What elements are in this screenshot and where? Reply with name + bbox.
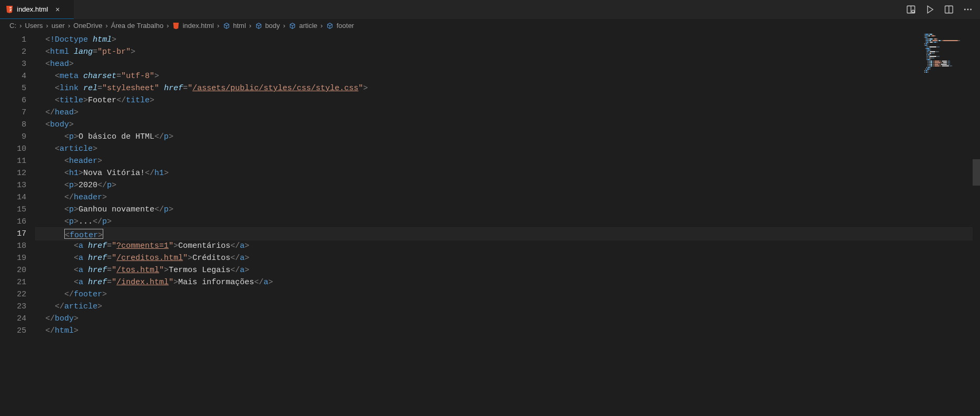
- chevron-right-icon: ›: [45, 22, 49, 30]
- breadcrumb-symbol[interactable]: body: [254, 22, 280, 30]
- line-number: 11: [0, 155, 26, 167]
- code-line[interactable]: </html>: [36, 325, 980, 337]
- code-line[interactable]: <link rel="stylesheet" href="/assets/pub…: [36, 82, 980, 94]
- chevron-right-icon: ›: [67, 22, 71, 30]
- code-line[interactable]: <p>2020</p>: [36, 179, 980, 191]
- line-number: 2: [0, 46, 26, 58]
- line-number: 5: [0, 82, 26, 94]
- line-number: 7: [0, 107, 26, 119]
- line-number: 20: [0, 264, 26, 276]
- vertical-scrollbar[interactable]: [973, 33, 980, 416]
- close-icon[interactable]: ×: [53, 5, 62, 14]
- tab-label: index.html: [17, 5, 48, 13]
- line-number: 14: [0, 191, 26, 204]
- line-number: 22: [0, 288, 26, 301]
- code-line[interactable]: <a href="/tos.html">Termos Legais</a>: [36, 264, 980, 276]
- svg-point-7: [964, 9, 966, 11]
- line-number: 18: [0, 240, 26, 252]
- line-number: 13: [0, 179, 26, 191]
- code-line[interactable]: </body>: [36, 313, 980, 325]
- breadcrumb: C:›Users›user›OneDrive›Área de Trabalho›…: [0, 19, 980, 33]
- cube-icon: [222, 22, 230, 30]
- svg-point-9: [970, 9, 972, 11]
- line-number: 1: [0, 34, 26, 46]
- chevron-right-icon: ›: [165, 22, 170, 30]
- breadcrumb-file[interactable]: index.html: [172, 22, 214, 30]
- svg-point-2: [912, 10, 915, 13]
- breadcrumb-path-segment[interactable]: Área de Trabalho: [111, 22, 164, 30]
- line-number: 24: [0, 313, 26, 325]
- breadcrumb-path-segment[interactable]: user: [52, 22, 65, 30]
- code-editor[interactable]: 1234567891011121314151617181920212223242…: [0, 33, 980, 416]
- line-number-gutter: 1234567891011121314151617181920212223242…: [0, 33, 36, 416]
- cube-icon: [289, 22, 297, 30]
- code-line[interactable]: <html lang="pt-br">: [36, 46, 980, 58]
- line-number: 21: [0, 276, 26, 288]
- split-editor-icon[interactable]: [944, 5, 954, 14]
- code-line[interactable]: <h1>Nova Vitória!</h1>: [36, 167, 980, 179]
- breadcrumb-path-segment[interactable]: Users: [25, 22, 43, 30]
- open-preview-icon[interactable]: [906, 5, 916, 14]
- line-number: 17: [0, 228, 26, 240]
- chevron-right-icon: ›: [104, 22, 109, 30]
- tab-index-html[interactable]: index.html ×: [0, 0, 74, 19]
- line-number: 15: [0, 204, 26, 216]
- svg-marker-4: [928, 6, 933, 13]
- code-line[interactable]: </article>: [36, 301, 980, 313]
- line-number: 4: [0, 70, 26, 82]
- cursor-box: <footer>: [64, 229, 103, 239]
- code-line[interactable]: </header>: [36, 191, 980, 204]
- code-line[interactable]: <p>Ganhou novamente</p>: [36, 204, 980, 216]
- code-line[interactable]: </head>: [36, 107, 980, 119]
- line-number: 23: [0, 301, 26, 313]
- chevron-right-icon: ›: [319, 22, 324, 30]
- chevron-right-icon: ›: [248, 22, 252, 30]
- code-line[interactable]: <a href="/index.html">Mais informações</…: [36, 276, 980, 288]
- code-line[interactable]: </footer>: [36, 288, 980, 301]
- code-line[interactable]: <title>Footer</title>: [36, 94, 980, 107]
- editor-actions: [906, 0, 980, 19]
- code-line[interactable]: <article>: [36, 143, 980, 155]
- chevron-right-icon: ›: [216, 22, 220, 30]
- cube-icon: [254, 22, 262, 30]
- chevron-right-icon: ›: [282, 22, 286, 30]
- tab-bar: index.html ×: [0, 0, 980, 19]
- chevron-right-icon: ›: [18, 22, 23, 30]
- breadcrumb-symbol[interactable]: footer: [326, 22, 354, 30]
- code-line[interactable]: <body>: [36, 119, 980, 131]
- line-number: 12: [0, 167, 26, 179]
- breadcrumb-path-segment[interactable]: C:: [9, 22, 16, 30]
- breadcrumb-path-segment[interactable]: OneDrive: [73, 22, 102, 30]
- html5-icon: [5, 5, 14, 14]
- svg-point-8: [967, 9, 969, 11]
- line-number: 19: [0, 252, 26, 264]
- code-line[interactable]: <a href="?comments=1">Comentários</a>: [36, 240, 980, 252]
- breadcrumb-symbol[interactable]: article: [289, 22, 318, 30]
- more-icon[interactable]: [963, 5, 973, 14]
- line-number: 16: [0, 216, 26, 228]
- scrollbar-thumb[interactable]: [973, 159, 980, 186]
- code-content[interactable]: <!Doctype html> <html lang="pt-br"> <hea…: [36, 33, 980, 416]
- code-line[interactable]: <a href="/creditos.html">Créditos</a>: [36, 252, 980, 264]
- line-number: 8: [0, 119, 26, 131]
- code-line[interactable]: <!Doctype html>: [36, 34, 980, 46]
- line-number: 10: [0, 143, 26, 155]
- code-line[interactable]: <p>O básico de HTML</p>: [36, 131, 980, 143]
- line-number: 25: [0, 325, 26, 337]
- code-line[interactable]: <p>...</p>: [36, 216, 980, 228]
- html5-icon: [172, 22, 180, 30]
- code-line[interactable]: <header>: [36, 155, 980, 167]
- run-icon[interactable]: [925, 5, 935, 14]
- code-line[interactable]: <meta charset="utf-8">: [36, 70, 980, 82]
- cube-icon: [326, 22, 334, 30]
- line-number: 9: [0, 131, 26, 143]
- code-line[interactable]: <footer>: [36, 228, 980, 240]
- line-number: 6: [0, 94, 26, 107]
- code-line[interactable]: <head>: [36, 58, 980, 70]
- line-number: 3: [0, 58, 26, 70]
- breadcrumb-symbol[interactable]: html: [222, 22, 246, 30]
